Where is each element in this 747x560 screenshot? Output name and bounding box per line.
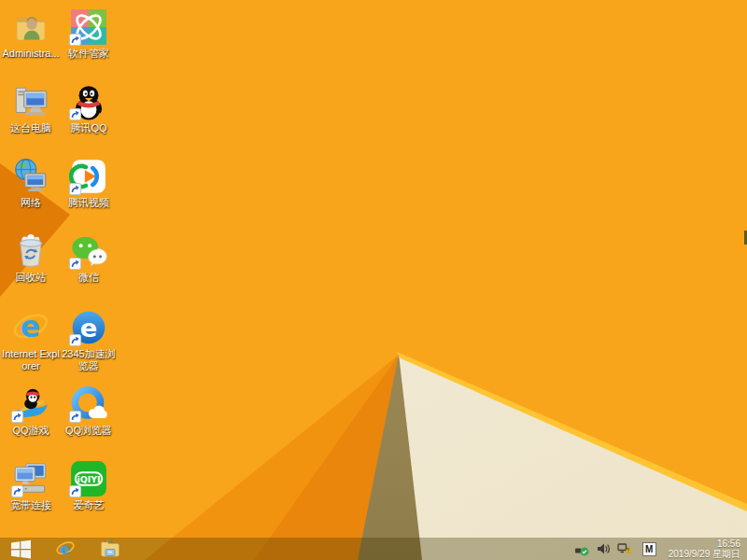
start-button[interactable] — [9, 539, 32, 559]
shortcut-arrow-badge — [11, 411, 23, 423]
2345-browser-icon: e — [69, 308, 108, 347]
network-globe-icon — [11, 157, 50, 196]
svg-text:e: e — [80, 314, 98, 343]
input-method-indicator[interactable]: M — [642, 542, 656, 556]
administrator-folder-icon — [11, 7, 50, 47]
recycle-bin-icon — [11, 231, 50, 271]
desktop-icon-recycle-bin[interactable]: 回收站 — [2, 231, 60, 284]
tencent-video-icon — [69, 157, 108, 196]
internet-explorer-icon: e — [11, 308, 50, 347]
icon-label: 回收站 — [2, 272, 60, 284]
qq-penguin-icon — [69, 82, 108, 121]
desktop-icon-broadband[interactable]: 宽带连接 — [2, 459, 60, 511]
usb-safely-remove-icon[interactable] — [574, 541, 589, 556]
clock-time: 16:56 — [669, 539, 740, 549]
taskbar-file-explorer-button[interactable] — [99, 539, 121, 559]
taskbar-clock[interactable]: 16:56 2019/9/29 星期日 — [669, 539, 740, 559]
network-warning-icon[interactable] — [617, 541, 632, 556]
desktop-icon-qq-browser[interactable]: QQ浏览器 — [60, 385, 118, 437]
desktop-icon-internet-explorer[interactable]: e Internet Explorer — [2, 308, 60, 372]
broadband-connection-icon — [11, 459, 50, 498]
icon-label: 宽带连接 — [2, 499, 60, 511]
desktop-icon-iqiyi[interactable]: iQIYI 爱奇艺 — [60, 459, 118, 511]
shortcut-arrow-badge — [69, 411, 81, 423]
windows-logo-icon — [11, 539, 31, 559]
desktop-icon-this-pc[interactable]: 这台电脑 — [2, 82, 60, 134]
shortcut-arrow-badge — [69, 485, 81, 497]
icon-label: 2345加速浏览器 — [60, 348, 118, 372]
taskbar: e — [0, 538, 747, 560]
clock-date: 2019/9/29 星期日 — [669, 549, 740, 559]
icon-label: QQ浏览器 — [60, 425, 118, 437]
desktop-icon-network[interactable]: 网络 — [2, 157, 60, 209]
shortcut-arrow-badge — [69, 258, 81, 270]
shortcut-arrow-badge — [11, 485, 23, 497]
icon-label: 软件管家 — [60, 48, 118, 60]
desktop-icon-tencent-qq[interactable]: 腾讯QQ — [60, 82, 118, 134]
internet-explorer-icon: e — [55, 539, 76, 559]
desktop: Administra... 软件管家 — [0, 0, 747, 560]
iqiyi-icon: iQIYI — [69, 459, 108, 498]
qq-browser-icon — [69, 385, 108, 424]
shortcut-arrow-badge — [69, 34, 81, 46]
icon-label: 腾讯QQ — [60, 122, 118, 134]
icon-label: Administra... — [2, 48, 60, 60]
file-explorer-folder-icon — [100, 539, 120, 559]
icon-label: 腾讯视频 — [60, 197, 118, 209]
iqiyi-logo-text: iQIYI — [77, 474, 100, 484]
icon-label: QQ游戏 — [2, 425, 60, 437]
desktop-icon-qq-games[interactable]: QQ游戏 — [2, 385, 60, 437]
icon-label: 微信 — [60, 272, 118, 284]
wechat-icon — [69, 231, 108, 271]
desktop-icon-wechat[interactable]: 微信 — [60, 231, 118, 284]
icon-label: 这台电脑 — [2, 122, 60, 134]
desktop-icon-tencent-video[interactable]: 腾讯视频 — [60, 157, 118, 209]
icon-label: 爱奇艺 — [60, 499, 118, 511]
this-pc-icon — [11, 82, 50, 121]
volume-icon[interactable] — [596, 541, 611, 556]
svg-text:e: e — [21, 311, 40, 344]
shortcut-arrow-badge — [69, 183, 81, 195]
shortcut-arrow-badge — [69, 108, 81, 120]
qq-games-icon — [11, 385, 50, 424]
desktop-icon-2345-browser[interactable]: e 2345加速浏览器 — [60, 308, 118, 372]
desktop-icon-software-manager[interactable]: 软件管家 — [60, 7, 118, 60]
icon-label: 网络 — [2, 197, 60, 209]
svg-text:e: e — [60, 540, 70, 558]
software-manager-icon — [69, 7, 108, 47]
icon-label: Internet Explorer — [2, 348, 60, 372]
shortcut-arrow-badge — [69, 334, 81, 346]
desktop-icon-administrator[interactable]: Administra... — [2, 7, 60, 60]
taskbar-internet-explorer-button[interactable]: e — [54, 539, 77, 559]
system-tray: M 16:56 2019/9/29 星期日 — [574, 539, 747, 559]
